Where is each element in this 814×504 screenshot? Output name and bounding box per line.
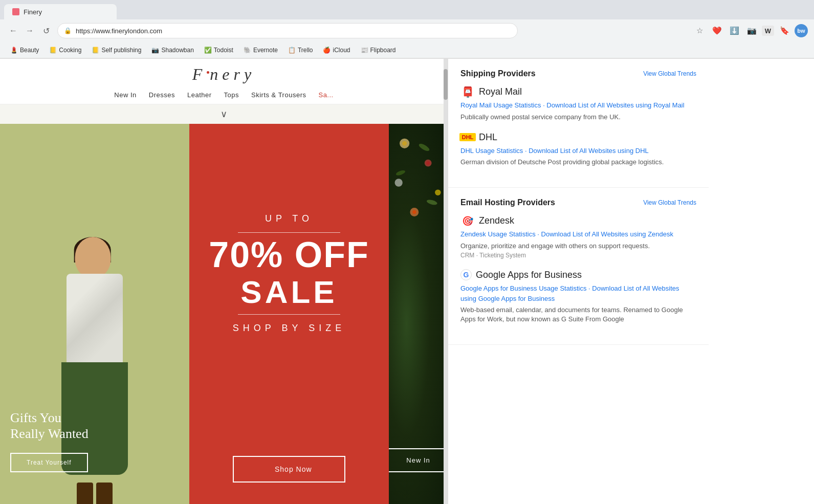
dhl-name-row: DHL DHL (460, 132, 696, 143)
main-content: Fnery New In Dresses Leather Tops Skirts… (0, 59, 814, 504)
bookmark-trello[interactable]: 📋 Trello (284, 45, 317, 55)
nav-sale[interactable]: Sa... (318, 91, 333, 99)
url-text: https://www.finerylondon.com (76, 27, 162, 35)
floral-pattern (389, 124, 448, 242)
evernote-icon: 🐘 (244, 47, 251, 54)
forward-button[interactable]: → (23, 24, 37, 38)
heart-icon[interactable]: ❤️ (710, 24, 724, 38)
download-icon[interactable]: ⬇️ (727, 24, 741, 38)
bookmark-evernote-label: Evernote (253, 47, 278, 54)
nav-tops[interactable]: Tops (224, 91, 239, 99)
nav-skirts-trousers[interactable]: Skirts & Trousers (251, 91, 306, 99)
hero-left-line1: Gifts You (10, 410, 61, 425)
zendesk-links: Zendesk Usage Statistics · Download List… (460, 229, 696, 239)
svg-point-5 (435, 189, 441, 195)
email-section-title: Email Hosting Providers (460, 198, 555, 207)
new-in-button[interactable]: New In (389, 448, 448, 472)
selfpublishing-icon: 📒 (92, 47, 99, 54)
bookmark-todoist[interactable]: ✅ Todoist (200, 45, 237, 55)
dhl-download-link[interactable]: Download List of All Websites using DHL (529, 147, 649, 155)
finery-website: Fnery New In Dresses Leather Tops Skirts… (0, 59, 448, 504)
active-tab[interactable]: Finery (4, 4, 117, 19)
bookmark-icon[interactable]: 🔖 (777, 24, 791, 38)
google-apps-name-row: G Google Apps for Business (460, 269, 696, 280)
hero-left-line2: Really Wanted (10, 426, 89, 441)
svg-point-4 (395, 179, 403, 186)
dhl-icon: DHL (460, 132, 475, 142)
royal-mail-download-link[interactable]: Download List of All Websites using Roya… (546, 101, 684, 109)
hero-center: UP TO 70% OFF SALE SHOP BY SIZE Shop Now (189, 124, 389, 504)
chevron-down-icon[interactable]: ∨ (0, 104, 448, 124)
google-apps-description: Web-based email, calendar, and documents… (460, 305, 696, 324)
trello-icon: 📋 (288, 47, 296, 54)
model-boot-left (77, 483, 93, 504)
dhl-usage-link[interactable]: DHL Usage Statistics (460, 147, 523, 155)
hero-model (0, 124, 189, 504)
model-legs (77, 483, 113, 504)
star-icon[interactable]: ☆ (692, 24, 707, 38)
sale-by-size-text: SHOP BY SIZE (233, 323, 345, 334)
w-icon[interactable]: W (762, 26, 774, 36)
logo-dot (207, 71, 209, 74)
hero-left: Gifts You Really Wanted Treat Yourself (0, 124, 189, 504)
nav-dresses[interactable]: Dresses (149, 91, 175, 99)
scrollbar-thumb[interactable] (444, 69, 448, 100)
tab-bar: Finery (0, 0, 814, 19)
email-view-trends[interactable]: View Global Trends (643, 199, 696, 206)
sale-content: UP TO 70% OFF SALE SHOP BY SIZE (189, 124, 389, 424)
svg-point-10 (426, 199, 438, 206)
nav-leather[interactable]: Leather (187, 91, 212, 99)
bookmark-selfpublishing-label: Self publishing (101, 47, 141, 54)
bookmark-icloud[interactable]: 🍎 iCloud (319, 45, 354, 55)
zendesk-tags: CRM · Ticketing System (460, 252, 696, 259)
sale-off: OFF (295, 235, 369, 275)
tab-favicon (12, 8, 19, 15)
svg-point-8 (418, 142, 431, 152)
bookmark-selfpublishing[interactable]: 📒 Self publishing (87, 45, 145, 55)
svg-point-3 (426, 161, 430, 165)
google-apps-links: Google Apps for Business Usage Statistic… (460, 283, 696, 303)
royal-mail-name-row: 📮 Royal Mail (460, 86, 696, 97)
camera-icon[interactable]: 📷 (744, 24, 759, 38)
toolbar-icons: ☆ ❤️ ⬇️ 📷 W 🔖 bw (692, 24, 808, 38)
google-apps-usage-link[interactable]: Google Apps for Business Usage Statistic… (460, 284, 586, 292)
model-head (75, 237, 111, 278)
bookmark-shadowban[interactable]: 📷 Shadowban (147, 45, 197, 55)
bookmark-flipboard-label: Flipboard (370, 47, 396, 54)
sale-divider-bottom (238, 314, 340, 315)
zendesk-download-link[interactable]: Download List of All Websites using Zend… (541, 230, 673, 238)
shipping-view-trends[interactable]: View Global Trends (643, 70, 696, 77)
lock-icon: 🔒 (64, 27, 72, 34)
back-button[interactable]: ← (6, 24, 20, 38)
sale-divider-top (238, 232, 340, 233)
dhl-name: DHL (479, 132, 497, 143)
google-apps-provider: G Google Apps for Business Google Apps f… (460, 269, 696, 324)
treat-yourself-button[interactable]: Treat Yourself (10, 453, 88, 472)
shipping-section-title: Shipping Providers (460, 69, 536, 78)
dhl-description: German division of Deutsche Post providi… (460, 158, 696, 167)
cooking-icon: 📒 (49, 47, 57, 54)
bookmark-evernote[interactable]: 🐘 Evernote (239, 45, 282, 55)
flipboard-icon: 📰 (361, 47, 368, 54)
zendesk-description: Organize, prioritize and engage with oth… (460, 242, 696, 251)
address-bar[interactable]: 🔒 https://www.finerylondon.com (57, 23, 518, 38)
refresh-button[interactable]: ↺ (39, 24, 53, 38)
google-apps-name: Google Apps for Business (476, 270, 582, 280)
google-icon: G (460, 269, 472, 280)
shop-now-button[interactable]: Shop Now (233, 456, 345, 483)
royal-mail-name: Royal Mail (479, 86, 522, 97)
bookmark-cooking[interactable]: 📒 Cooking (45, 45, 85, 55)
royal-mail-description: Publically owned postal service company … (460, 113, 696, 122)
bookmark-icloud-label: iCloud (333, 47, 350, 54)
email-section: Email Hosting Providers View Global Tren… (448, 188, 709, 345)
dhl-links: DHL Usage Statistics · Download List of … (460, 146, 696, 156)
bookmark-trello-label: Trello (298, 47, 313, 54)
profile-avatar[interactable]: bw (795, 24, 808, 37)
royal-mail-usage-link[interactable]: Royal Mail Usage Statistics (460, 101, 541, 109)
bookmark-flipboard[interactable]: 📰 Flipboard (357, 45, 400, 55)
nav-new-in[interactable]: New In (114, 91, 136, 99)
svg-point-7 (412, 210, 416, 214)
icloud-icon: 🍎 (323, 47, 331, 54)
bookmark-beauty[interactable]: 💄 Beauty (6, 45, 43, 55)
zendesk-usage-link[interactable]: Zendesk Usage Statistics (460, 230, 536, 238)
